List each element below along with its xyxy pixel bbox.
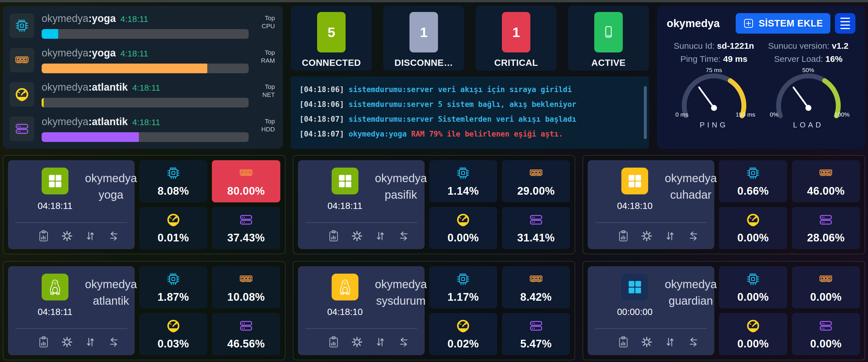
report-button[interactable] [617,229,630,242]
server-info: 04:18:10 okymedya cuhadar [588,160,714,249]
sort-arrows-icon [84,335,97,349]
sort-button[interactable] [663,335,677,349]
transfer-icon [397,335,410,349]
gear-icon [60,335,73,349]
server-info: 04:18:10 okymedya sysdurum [298,266,425,355]
report-button[interactable] [37,229,50,242]
settings-button[interactable] [60,229,73,242]
sort-arrows-icon [374,229,387,242]
ram-progressbar [42,64,249,73]
settings-button[interactable] [60,335,73,349]
log-line: [04:18:07]sistemdurumu:serverSistemlerde… [300,112,641,127]
sort-button[interactable] [84,335,97,349]
cpu-icon [746,166,761,180]
gauge-icon [10,82,34,107]
ram-metric: 29.00% [502,160,570,202]
storage-icon [529,318,544,333]
transfer-button[interactable] [107,335,120,349]
plus-square-icon [743,18,754,29]
server-time: 04:18:11 [38,201,72,211]
panel-title: okymedya [667,18,720,30]
report-button[interactable] [617,335,630,349]
ram-icon [529,272,544,287]
sort-button[interactable] [663,229,677,242]
windows-icon [626,172,644,190]
load-gauge: 0% 50% 100% LOAD [771,68,846,129]
server-info: 00:00:00 okymedya guardian [588,266,714,355]
server-time: 04:18:10 [327,307,363,317]
ram-icon [818,166,833,180]
add-system-button[interactable]: SİSTEM EKLE [736,13,830,34]
transfer-button[interactable] [107,229,120,242]
gear-icon [350,335,364,349]
top-net-row: okymedya:atlantik4:18:11 TopNET [10,81,275,107]
server-name: okymedya sysdurum [375,274,427,317]
storage-icon [818,318,833,333]
cpu-metric: 1.17% [429,266,497,308]
hdd-progress-fill [42,132,139,142]
transfer-button[interactable] [687,335,700,349]
log-line: [04:18:06]sistemdurumu:serververi akışı … [300,82,641,97]
server-name: okymedya yoga [85,168,137,211]
transfer-button[interactable] [397,335,410,349]
sort-arrows-icon [663,335,677,349]
gear-icon [350,229,364,242]
server-card: 04:18:10 okymedya cuhadar [583,155,865,254]
menu-button[interactable] [835,13,856,34]
status-row: 5 CONNECTED 1 DISCONNE… [291,6,649,71]
scrollbar-thumb[interactable] [644,86,647,139]
linux-icon [46,278,64,296]
cpu-metric: 1.14% [429,160,497,202]
top-net-label: TopNET [256,81,275,99]
sort-button[interactable] [374,335,387,349]
sort-button[interactable] [374,229,387,242]
status-card[interactable]: 5 CONNECTED [291,6,372,71]
cpu-metric: 0.66% [719,160,787,202]
server-name: okymedya guardian [665,274,717,317]
log-console[interactable]: [04:18:06]sistemdurumu:serververi akışı … [291,76,649,149]
report-button[interactable] [37,335,50,349]
server-info: 04:18:11 okymedya atlantik [8,266,134,355]
cpu-progress-fill [42,29,58,39]
settings-button[interactable] [640,335,653,349]
settings-button[interactable] [350,229,364,242]
ram-metric: 10.08% [212,266,280,308]
monitor-time: 4:18:11 [132,83,160,92]
sort-button[interactable] [84,229,97,242]
ram-icon [529,166,544,180]
settings-button[interactable] [350,335,364,349]
log-line: [04:18:07]okymedya:yogaRAM 79% ile belir… [300,127,641,141]
net-metric: 0.02% [429,313,497,355]
report-button[interactable] [327,335,340,349]
hdd-metric: 28.06% [792,207,860,249]
report-button[interactable] [327,229,340,242]
status-card[interactable]: 1 CRITICAL [476,6,557,71]
net-metric: 0.00% [719,207,787,249]
sort-arrows-icon [374,335,387,349]
os-icon [42,168,68,194]
hdd-progressbar [42,132,249,142]
gear-icon [640,335,653,349]
settings-button[interactable] [640,229,653,242]
status-label: ACTIVE [591,58,626,68]
status-badge [594,12,623,53]
windows-icon [336,172,354,190]
status-and-console: 5 CONNECTED 1 DISCONNE… [291,6,649,149]
gauge-icon [746,212,761,227]
hdd-metric: 0.00% [792,313,860,355]
hdd-metric: 5.47% [502,313,570,355]
server-card: 04:18:11 okymedya yoga [3,155,285,254]
report-icon [327,335,340,349]
ram-icon [818,272,833,287]
dashboard: okymedya:yoga4:18:11 TopCPU okymedya:yog… [0,2,868,360]
monitor-title: okymedya:atlantik4:18:11 [42,116,249,128]
transfer-button[interactable] [397,229,410,242]
report-icon [617,335,630,349]
hdd-metric: 46.56% [212,313,280,355]
top-ram-row: okymedya:yoga4:18:11 TopRAM [10,47,275,73]
status-card[interactable]: 1 DISCONNE… [383,6,464,71]
transfer-button[interactable] [687,229,700,242]
status-card[interactable]: ACTIVE [568,6,649,71]
storage-icon [10,117,34,141]
sort-arrows-icon [663,229,677,242]
